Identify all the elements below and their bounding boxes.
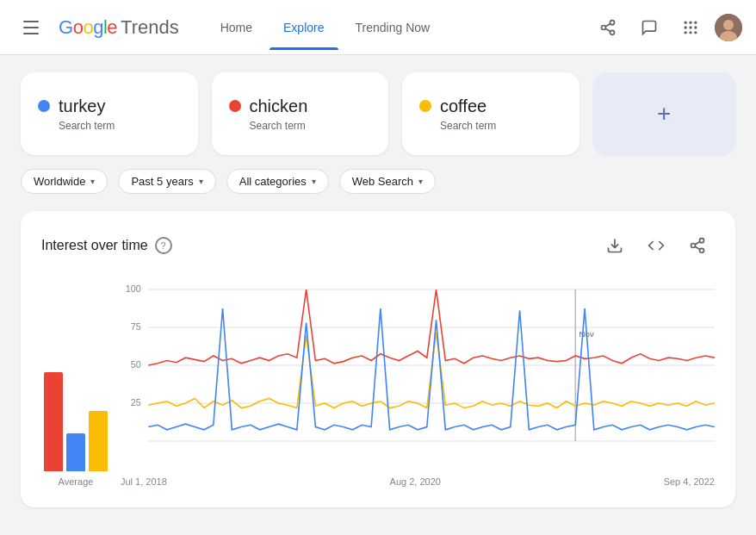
main-content: turkey Search term chicken Search term c…: [0, 55, 756, 525]
svg-text:75: 75: [131, 321, 141, 332]
header: Google Trends Home Explore Trending Now: [0, 0, 756, 55]
turkey-label: Search term: [59, 120, 181, 132]
x-axis-labels: Jul 1, 2018 Aug 2, 2020 Sep 4, 2022: [121, 473, 715, 487]
chevron-down-icon: ▾: [418, 177, 423, 186]
share-icon[interactable]: [591, 10, 625, 45]
svg-point-6: [689, 21, 691, 23]
x-label-1: Jul 1, 2018: [121, 476, 167, 487]
bars-group: [44, 333, 108, 471]
help-icon[interactable]: ?: [155, 237, 172, 254]
turkey-dot: [38, 100, 50, 112]
nav-home[interactable]: Home: [207, 14, 266, 41]
svg-point-11: [685, 31, 687, 34]
svg-point-13: [694, 31, 697, 34]
svg-point-15: [723, 20, 734, 30]
trends-text: Trends: [121, 16, 179, 39]
share-chart-icon[interactable]: [680, 228, 715, 263]
svg-text:50: 50: [131, 359, 141, 370]
category-filter[interactable]: All categories ▾: [226, 169, 329, 194]
svg-point-10: [694, 26, 697, 28]
menu-line: [23, 27, 39, 28]
avg-bar-coffee: [89, 411, 108, 471]
search-term-coffee[interactable]: coffee Search term: [402, 72, 579, 155]
avg-bar-turkey: [66, 433, 85, 471]
svg-text:100: 100: [126, 283, 141, 294]
average-bars: Average: [41, 280, 110, 487]
download-icon[interactable]: [598, 228, 632, 263]
turkey-name: turkey: [59, 96, 105, 116]
location-filter[interactable]: Worldwide ▾: [21, 169, 108, 194]
chart-header: Interest over time ?: [41, 228, 715, 263]
search-term-chicken[interactable]: chicken Search term: [212, 72, 389, 155]
svg-line-3: [605, 28, 610, 31]
menu-icon[interactable]: [14, 10, 48, 45]
coffee-dot: [419, 100, 431, 112]
svg-point-18: [700, 239, 704, 243]
nav-explore[interactable]: Explore: [270, 14, 338, 41]
avg-label: Average: [59, 476, 94, 487]
category-filter-label: All categories: [239, 175, 307, 188]
chicken-dot: [229, 100, 241, 112]
svg-line-21: [695, 246, 700, 249]
line-chart: 100 75 50 25 Nov Jul 1, 2018: [121, 280, 715, 487]
chart-section: Interest over time ?: [21, 211, 735, 507]
main-nav: Home Explore Trending Now: [207, 14, 443, 41]
plus-icon: +: [657, 100, 671, 128]
svg-line-4: [605, 23, 610, 26]
x-label-3: Sep 4, 2022: [664, 476, 715, 487]
search-terms-row: turkey Search term chicken Search term c…: [21, 72, 735, 155]
svg-point-2: [610, 30, 615, 34]
filters-row: Worldwide ▾ Past 5 years ▾ All categorie…: [21, 169, 735, 194]
add-search-term-button[interactable]: +: [593, 72, 736, 155]
coffee-name: coffee: [440, 96, 486, 116]
avg-bar-chicken: [44, 372, 63, 471]
chart-svg: 100 75 50 25 Nov: [121, 280, 715, 470]
svg-point-19: [691, 244, 696, 248]
user-avatar[interactable]: [715, 14, 742, 41]
svg-point-9: [689, 26, 691, 28]
feedback-icon[interactable]: [632, 10, 666, 45]
chicken-name: chicken: [250, 96, 308, 116]
svg-point-20: [700, 248, 704, 252]
header-actions: [591, 10, 742, 45]
chart-actions: [598, 228, 715, 263]
svg-point-1: [602, 25, 606, 29]
logo-text: Google: [59, 16, 117, 39]
location-filter-label: Worldwide: [34, 175, 85, 188]
menu-line: [23, 21, 39, 22]
x-label-2: Aug 2, 2020: [390, 476, 441, 487]
embed-icon[interactable]: [639, 228, 673, 263]
nav-trending[interactable]: Trending Now: [342, 14, 444, 41]
svg-point-8: [685, 26, 687, 28]
search-term-turkey[interactable]: turkey Search term: [21, 72, 198, 155]
svg-point-7: [694, 21, 697, 23]
coffee-label: Search term: [440, 120, 562, 132]
svg-text:25: 25: [131, 397, 141, 407]
chevron-down-icon: ▾: [312, 177, 316, 186]
chart-container: Average 100 75 50 25 Nov: [41, 280, 715, 487]
search-type-filter-label: Web Search: [352, 175, 413, 188]
chevron-down-icon: ▾: [90, 177, 95, 186]
svg-point-5: [685, 21, 687, 23]
apps-icon[interactable]: [673, 10, 708, 45]
svg-point-12: [689, 31, 691, 34]
header-left: Google Trends: [14, 10, 179, 45]
svg-point-0: [610, 20, 615, 24]
svg-line-22: [695, 241, 700, 244]
google-trends-logo[interactable]: Google Trends: [59, 16, 179, 39]
search-type-filter[interactable]: Web Search ▾: [339, 169, 436, 194]
menu-line: [23, 33, 39, 34]
chart-title: Interest over time: [41, 238, 148, 253]
time-filter[interactable]: Past 5 years ▾: [118, 169, 215, 194]
time-filter-label: Past 5 years: [131, 175, 193, 188]
chicken-label: Search term: [250, 120, 372, 132]
chevron-down-icon: ▾: [199, 177, 203, 186]
